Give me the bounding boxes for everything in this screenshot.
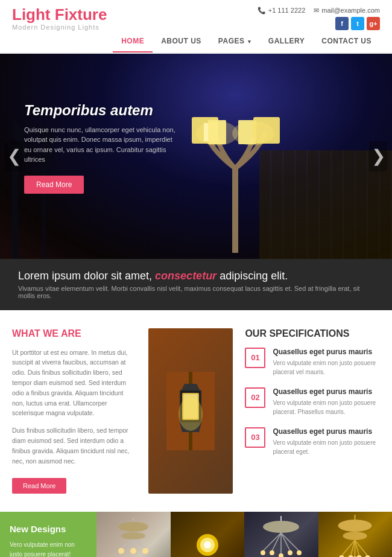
svg-point-44 <box>338 520 371 532</box>
gallery-thumb-2[interactable] <box>171 512 245 557</box>
email-address: mail@example.com <box>321 7 380 14</box>
banner-main-text: Lorem ipsum dolor sit amet, consectetur … <box>18 270 374 282</box>
banner-strip: Lorem ipsum dolor sit amet, consectetur … <box>0 259 392 310</box>
specifications-title: OUR SPECIFICATIONS <box>245 328 380 339</box>
spec-num-3: 03 <box>245 427 265 448</box>
googleplus-button[interactable]: g+ <box>367 17 380 30</box>
nav-about[interactable]: ABOUT US <box>153 31 210 53</box>
gallery-green-panel: New Designs Vero vulputate enim non just… <box>0 512 96 557</box>
svg-point-25 <box>142 548 148 554</box>
gallery-thumbs <box>96 512 392 557</box>
gallery-thumb-1[interactable] <box>96 512 171 557</box>
svg-point-19 <box>179 397 203 431</box>
svg-point-24 <box>130 548 136 554</box>
logo-subtitle: Modern Designing Lights <box>12 24 107 31</box>
email-info: ✉ mail@example.com <box>314 7 380 14</box>
svg-point-41 <box>279 553 283 557</box>
logo-title: Light Fixture <box>12 6 107 24</box>
banner-highlight: consectetur <box>155 270 217 282</box>
spec-title-3: Quasellus eget purus mauris <box>273 427 380 436</box>
hero-prev-button[interactable]: ❮ <box>5 141 23 171</box>
specifications-section: OUR SPECIFICATIONS 01 Quasellus eget pur… <box>245 328 380 494</box>
lantern-svg <box>166 372 215 450</box>
svg-point-20 <box>118 522 148 532</box>
svg-point-22 <box>121 532 145 539</box>
spec-num-2: 02 <box>245 387 265 408</box>
header: Light Fixture Modern Designing Lights 📞 … <box>0 0 392 31</box>
svg-point-32 <box>263 521 299 533</box>
spec-item-3: 03 Quasellus eget purus mauris Vero vulp… <box>245 427 380 456</box>
nav-pages[interactable]: PAGES ▾ <box>210 31 260 53</box>
nav-home[interactable]: HOME <box>113 31 153 53</box>
hero-next-button[interactable]: ❯ <box>369 141 387 171</box>
phone-number: +1 111 2222 <box>268 7 305 14</box>
spec-num-1: 01 <box>245 348 265 368</box>
what-we-are-section: WHAT WE ARE Ut porttitor ut est eu ornar… <box>12 328 136 494</box>
svg-rect-0 <box>232 168 238 253</box>
svg-point-39 <box>261 550 265 555</box>
pages-dropdown-arrow: ▾ <box>248 39 251 45</box>
hero-read-more-button[interactable]: Read More <box>24 176 84 194</box>
svg-point-40 <box>270 550 274 555</box>
nav-contact[interactable]: CONTACT US <box>313 31 380 53</box>
nav-gallery[interactable]: GALLERY <box>260 31 313 53</box>
navigation: HOME ABOUT US PAGES ▾ GALLERY CONTACT US <box>0 31 392 54</box>
spec-text-3: Vero vulputate enim non justo posuere pl… <box>273 438 380 456</box>
svg-point-46 <box>343 532 367 540</box>
svg-line-26 <box>121 539 133 548</box>
gallery-title: New Designs <box>10 524 87 534</box>
banner-rest: adipiscing elit. <box>217 270 288 282</box>
svg-point-43 <box>297 550 302 555</box>
header-right: 📞 +1 111 2222 ✉ mail@example.com f t g+ <box>258 7 380 30</box>
logo-area: Light Fixture Modern Designing Lights <box>12 6 107 31</box>
svg-point-8 <box>196 121 238 145</box>
gallery-text: Vero vulputate enim non justo posuere pl… <box>10 540 87 557</box>
svg-line-37 <box>281 533 290 551</box>
spec-title-1: Quasellus eget purus mauris <box>273 348 380 356</box>
social-icons: f t g+ <box>335 17 380 30</box>
spec-content-1: Quasellus eget purus mauris Vero vulputa… <box>273 348 380 377</box>
what-we-are-text2: Duis finibus sollicitudin libero, sed te… <box>12 425 136 466</box>
chandelier-icon-3 <box>257 515 305 557</box>
spec-content-2: Quasellus eget purus mauris Vero vulputa… <box>273 387 380 416</box>
middle-section: WHAT WE ARE Ut porttitor ut est eu ornar… <box>0 310 392 512</box>
gallery-thumb-3[interactable] <box>244 512 318 557</box>
hero-content: Temporibus autem Quisque nunc nunc, ulla… <box>24 102 181 194</box>
svg-marker-13 <box>182 384 200 390</box>
gallery-thumb-4[interactable] <box>318 512 393 557</box>
banner-sub-text: Vivamus vitae elementum velit. Morbi con… <box>18 285 374 299</box>
svg-point-23 <box>118 548 124 554</box>
spec-item-1: 01 Quasellus eget purus mauris Vero vulp… <box>245 348 380 377</box>
gallery-strip: New Designs Vero vulputate enim non just… <box>0 512 392 557</box>
svg-point-42 <box>288 550 292 555</box>
svg-point-9 <box>232 121 274 145</box>
what-we-are-read-more-button[interactable]: Read More <box>12 478 66 494</box>
svg-point-31 <box>204 541 211 549</box>
title-plain: WHAT <box>12 328 43 339</box>
what-we-are-title: WHAT WE ARE <box>12 328 136 339</box>
facebook-button[interactable]: f <box>335 17 349 30</box>
contact-info: 📞 +1 111 2222 ✉ mail@example.com <box>258 7 380 14</box>
hero-text: Quisque nunc nunc, ullamcorper eget vehi… <box>24 125 181 165</box>
lamp-icon-2 <box>192 521 223 557</box>
center-lantern-image <box>148 328 233 494</box>
spec-title-2: Quasellus eget purus mauris <box>273 387 380 396</box>
twitter-button[interactable]: t <box>351 17 364 30</box>
phone-icon: 📞 <box>258 7 266 14</box>
chandelier-icon-1 <box>112 518 154 557</box>
banner-plain: Lorem ipsum dolor sit amet, <box>18 270 155 282</box>
hero-slider: Temporibus autem Quisque nunc nunc, ulla… <box>0 54 392 259</box>
what-we-are-text1: Ut porttitor ut est eu ornare. In metus … <box>12 348 136 419</box>
hero-title: Temporibus autem <box>24 102 181 119</box>
spec-content-3: Quasellus eget purus mauris Vero vulputa… <box>273 427 380 456</box>
spec-text-1: Vero vulputate enim non justo posuere pl… <box>273 358 380 377</box>
svg-line-28 <box>133 539 145 548</box>
svg-line-38 <box>281 533 299 551</box>
phone-info: 📞 +1 111 2222 <box>258 7 305 14</box>
spec-item-2: 02 Quasellus eget purus mauris Vero vulp… <box>245 387 380 416</box>
svg-line-34 <box>263 533 281 551</box>
email-icon: ✉ <box>314 7 319 14</box>
spec-text-2: Vero vulputate enim non justo posuere pl… <box>273 398 380 416</box>
svg-line-35 <box>272 533 281 551</box>
chandelier-icon-4 <box>332 515 378 557</box>
